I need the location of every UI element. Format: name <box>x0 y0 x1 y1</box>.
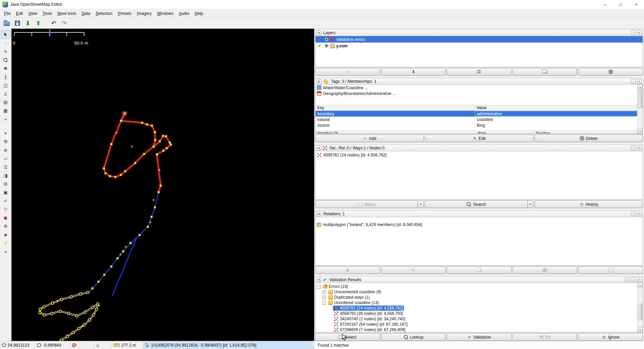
selection-item[interactable]: 4556762 (24 nodes) [id: 4,556,762] <box>316 152 643 158</box>
scrollbar-track[interactable] <box>638 288 643 327</box>
move-layer-up-button[interactable]: ⬆ <box>315 68 380 76</box>
edit-relation-button[interactable]: ✎ <box>381 266 446 274</box>
menu-tools[interactable]: Tools <box>40 10 55 17</box>
scrollbar-track[interactable] <box>638 90 643 128</box>
menu-file[interactable]: File <box>1 10 13 17</box>
select-button[interactable]: Select <box>315 200 418 208</box>
validation-tree-item[interactable]: 87292167 (54 nodes) [id: 87,292,167] <box>316 322 637 327</box>
toggle-conflicts[interactable]: ⊞ <box>1 180 10 188</box>
history-button[interactable]: ◷History <box>535 200 643 208</box>
extrude-tool[interactable]: ◫ <box>1 81 10 90</box>
menu-selection[interactable]: Selection <box>93 10 115 17</box>
delete-tool[interactable]: ✖ <box>1 64 10 73</box>
validation-tree-item[interactable]: 4556793 (38 nodes) [id: 4,556,793] <box>316 311 637 316</box>
redo-button[interactable]: ↷ <box>59 19 69 28</box>
validation-scrollbar[interactable]: ▲ ▼ <box>637 283 643 332</box>
building-tool[interactable]: ▦ <box>1 106 10 115</box>
preset-row[interactable]: Geography/Boundaries/Administrative ... <box>316 91 637 96</box>
delete-tag-button[interactable]: Delete <box>535 134 643 142</box>
undo-button[interactable]: ↶ <box>49 19 58 28</box>
menu-audio[interactable]: Audio <box>176 10 192 17</box>
toggle-plugins[interactable]: ⚡ <box>1 239 10 247</box>
select-tool[interactable] <box>1 30 10 39</box>
tree-expand-icon[interactable]: + <box>322 296 326 299</box>
validation-tree-item[interactable]: +Unconnected coastline (9) <box>316 289 637 295</box>
selection-close-icon[interactable]: × <box>637 146 642 150</box>
validation-close-icon[interactable]: × <box>637 277 642 282</box>
tree-collapse-icon[interactable]: − <box>322 301 326 305</box>
minimize-button[interactable]: – <box>597 0 613 9</box>
menu-more-tools[interactable]: More tools <box>55 10 79 17</box>
relation-item[interactable]: multipolygon ("Ireland", 6,429 members) … <box>316 222 643 228</box>
validation-tree-item[interactable]: 4556762 (24 nodes) [id: 4,556,762] <box>316 305 637 311</box>
menu-imagery[interactable]: Imagery <box>134 10 154 17</box>
scroll-up-icon[interactable]: ▲ <box>638 85 643 90</box>
map-view[interactable]: 050.0 m <box>11 29 314 341</box>
delete-relation-button[interactable] <box>513 266 577 274</box>
selection-collapse-icon[interactable]: ▾ <box>317 146 321 150</box>
toggle-relations[interactable]: ▱ <box>1 154 10 163</box>
more-modes-button[interactable]: » <box>1 115 10 123</box>
zoom-tool[interactable] <box>1 56 10 64</box>
toggle-authors[interactable]: ◨ <box>1 171 10 180</box>
fix-button[interactable]: ⚒Fix <box>513 333 577 341</box>
validation-tree-item[interactable]: −Errors (23) <box>316 284 637 289</box>
layer-row[interactable]: Validation errors <box>316 36 643 43</box>
improve-accuracy-tool[interactable]: ∠ <box>1 90 10 98</box>
toggle-command-stack[interactable]: ☰ <box>1 163 10 171</box>
select-button-dropdown-icon[interactable]: ▾ <box>418 200 424 208</box>
map-canvas[interactable]: 050.0 m <box>11 29 314 341</box>
select-relation-members-button[interactable] <box>578 266 643 274</box>
map-ways[interactable] <box>40 113 171 341</box>
tag-row[interactable]: sourceBing <box>316 122 637 128</box>
validation-tree-item[interactable]: +Duplicated ways (1) <box>316 295 637 300</box>
duplicate-relation-button[interactable] <box>447 266 512 274</box>
duplicate-layer-button[interactable] <box>513 68 577 76</box>
menu-presets[interactable]: Presets <box>115 10 134 17</box>
lasso-tool[interactable]: ◌ <box>1 39 10 47</box>
visibility-eye-icon[interactable] <box>324 37 329 42</box>
lookup-button[interactable]: Lookup <box>381 333 446 341</box>
toggle-tags[interactable]: ⚒ <box>1 138 10 146</box>
close-button[interactable]: × <box>628 0 644 9</box>
validation-tree-item[interactable]: −Unordered coastline (13) <box>316 300 637 305</box>
scroll-up-icon[interactable]: ▲ <box>638 283 643 288</box>
tree-collapse-icon[interactable]: − <box>317 285 321 289</box>
toggle-layers[interactable]: ≡ <box>1 129 10 138</box>
new-relation-button[interactable]: ⊕ <box>315 266 380 274</box>
upload-data-button[interactable]: ⬆ <box>33 19 43 28</box>
menu-windows[interactable]: Windows <box>154 10 176 17</box>
move-layer-down-button[interactable]: ⬇ <box>381 68 446 76</box>
delete-layer-button[interactable] <box>578 68 643 76</box>
draw-nodes-tool[interactable]: ✎ <box>1 47 10 56</box>
save-button[interactable] <box>13 19 22 28</box>
search-button-dropdown-icon[interactable]: ▾ <box>527 200 534 208</box>
map-nodes[interactable] <box>39 111 172 341</box>
parallel-way-tool[interactable]: ∥ <box>1 73 10 81</box>
validation-tree-item[interactable]: 34240740 (2 nodes) [id: 34,240,740] <box>316 316 637 322</box>
menu-data[interactable]: Data <box>79 10 93 17</box>
ignore-button[interactable]: ⊘Ignore <box>578 333 643 341</box>
preset-row[interactable]: Water/Water/Coastline ... <box>316 85 637 91</box>
relations-close-icon[interactable]: × <box>637 211 642 216</box>
menu-edit[interactable]: Edit <box>13 10 26 17</box>
layer-row[interactable]: ✔y.osm <box>316 43 643 49</box>
validation-sticky-icon[interactable]: ▫ <box>625 277 629 282</box>
relations-dock-icon[interactable]: ▫ <box>631 211 636 216</box>
tag-row[interactable]: naturalcoastline <box>316 117 637 122</box>
toggle-issues[interactable]: ◆ <box>1 230 10 239</box>
tags-collapse-icon[interactable]: ▾ <box>317 79 321 84</box>
layers-close-icon[interactable]: × <box>637 30 642 35</box>
validation-dock-icon[interactable]: ▫ <box>631 277 636 282</box>
toggle-selection[interactable]: ⊕ <box>1 146 10 154</box>
toggle-mappaint[interactable]: ◼ <box>1 214 10 222</box>
menu-view[interactable]: View <box>26 10 40 17</box>
menu-help[interactable]: Help <box>192 10 206 17</box>
scrollbar-thumb[interactable] <box>638 91 642 108</box>
merge-layer-button[interactable] <box>447 68 512 76</box>
more-dialogs-button[interactable]: » <box>1 247 10 256</box>
scrollbar-thumb[interactable] <box>638 304 642 320</box>
toggle-filter[interactable]: ▽ <box>1 205 10 214</box>
toggle-validation[interactable]: ✔ <box>1 197 10 205</box>
layers-collapse-icon[interactable]: ▾ <box>317 30 321 35</box>
